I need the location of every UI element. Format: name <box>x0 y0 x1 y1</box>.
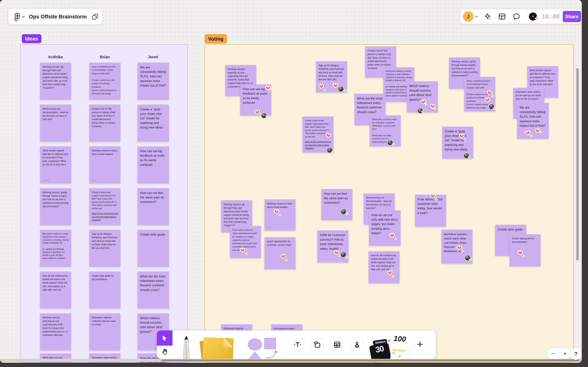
sparkle-sticker[interactable] <box>424 102 428 106</box>
sparkle-sticker[interactable] <box>434 198 438 201</box>
sticky-note[interactable]: Create a day-to-day support expectations… <box>302 117 334 152</box>
sparkle-sticker[interactable] <box>421 110 425 114</box>
sticky-note[interactable]: How do we continuously enable the team t… <box>369 251 400 283</box>
sticky-note-tool-button[interactable] <box>200 337 235 359</box>
sticky-note-link[interactable]: https://a16z.com/good-product-manager-ba… <box>92 212 118 222</box>
heart-sticker[interactable] <box>484 97 491 104</box>
sparkle-sticker[interactable] <box>539 131 543 135</box>
avatar-chevron-icon[interactable] <box>475 15 478 18</box>
section-tool-button[interactable] <box>311 338 324 351</box>
sticky-note[interactable]: Working session: going through Inkeep in… <box>40 188 71 225</box>
add-more-tools-button[interactable] <box>414 338 426 351</box>
sparkle-sticker[interactable] <box>468 155 472 159</box>
ellipse-shape-icon[interactable] <box>248 339 262 350</box>
share-button[interactable]: Share <box>563 11 581 22</box>
sparkle-sticker[interactable] <box>521 254 526 259</box>
sticky-note[interactable]: What does success mean for a Resend cust… <box>370 115 401 146</box>
sticky-note[interactable]: Brainstorm metrics to create reporting o… <box>40 230 71 267</box>
sticky-note[interactable]: Brainstorm internal runbooks that we nee… <box>89 313 120 350</box>
sparkle-sticker[interactable] <box>265 115 269 119</box>
sticky-note[interactable]: Sign up for Mailgun, SendGrid, and Postm… <box>89 230 120 267</box>
sparkle-sticker[interactable] <box>331 150 335 154</box>
sticky-note[interactable]: How can we feel the same pain as custome… <box>137 188 169 225</box>
sticky-note[interactable]: Working session to learn about email hea… <box>264 200 295 231</box>
sticky-note[interactable]: Workflow transfer: watch each other use … <box>441 230 472 264</box>
sticky-note-text: How can we feel the same pain as custome… <box>137 188 169 204</box>
sticky-note[interactable]: What should support look like for differ… <box>40 146 71 183</box>
heart-sticker[interactable] <box>325 133 332 139</box>
sticky-note[interactable]: How can we log feedback at scale so its … <box>137 146 169 183</box>
sticky-note[interactable]: Working session: go through Plain and de… <box>40 63 71 100</box>
sticky-note[interactable]: CRM for customer success? How to track m… <box>317 230 348 262</box>
sticky-note[interactable]: We are consistently hitting SLA's, how c… <box>137 63 169 100</box>
sparkle-sticker[interactable] <box>343 89 347 93</box>
horizontal-scrollbar-track[interactable] <box>0 359 582 362</box>
sparkle-sticker[interactable] <box>278 213 282 217</box>
sticky-note[interactable]: How can we feel the same pain as custome… <box>321 189 352 220</box>
sparkle-sticker[interactable] <box>491 94 495 98</box>
sticky-note[interactable]: We are consistently hitting SLA's, how c… <box>517 103 549 139</box>
sticky-note[interactable]: Create style guide for documentation <box>509 234 541 266</box>
sparkle-sticker[interactable] <box>285 258 289 262</box>
ai-sparkle-icon[interactable] <box>483 12 493 21</box>
user-avatar[interactable]: J <box>463 11 473 22</box>
sparkle-sticker[interactable] <box>323 88 327 92</box>
sticky-note[interactable]: Working session: cleaning up and organiz… <box>40 313 71 350</box>
select-tool-button[interactable] <box>157 330 172 346</box>
sticky-note-text: What are the main milestones every Resen… <box>137 272 169 292</box>
sticky-note[interactable]: How can we log feedback at scale so its … <box>240 84 271 116</box>
sticky-note[interactable]: If we had an internal “hack week/launch … <box>230 226 261 258</box>
sticky-note[interactable]: How do we not only add new docs pages, b… <box>369 210 401 246</box>
horizontal-scrollbar-thumb[interactable] <box>161 359 580 361</box>
sticky-note[interactable]: Create a “grab your shoes and run” model… <box>442 126 473 158</box>
sticky-note[interactable]: Create a “grab your shoes and run” model… <box>137 105 169 142</box>
sticky-note[interactable]: Have a working session on Knowledge Cent… <box>89 63 120 100</box>
sticky-note[interactable]: Working session to learn about email hea… <box>89 146 120 183</box>
hand-tool-button[interactable] <box>157 346 172 359</box>
connector-arrow-icon[interactable] <box>265 350 281 359</box>
sparkle-sticker[interactable] <box>433 107 437 111</box>
triangle-shape-icon[interactable] <box>248 351 261 359</box>
vertical-scrollbar[interactable] <box>576 68 579 260</box>
comments-icon[interactable] <box>512 12 521 21</box>
zoom-out-button[interactable]: − <box>547 348 559 359</box>
sticky-note[interactable]: Have a working session on Knowledge Cent… <box>464 77 495 111</box>
square-shape-icon[interactable] <box>264 338 276 349</box>
sparkle-sticker[interactable] <box>345 256 349 260</box>
sparkle-sticker[interactable] <box>529 134 533 138</box>
sparkle-sticker[interactable] <box>463 137 467 142</box>
file-title[interactable]: Ops Offsite Brainstorm <box>29 9 87 25</box>
sparkle-sticker[interactable] <box>244 252 249 256</box>
sparkle-sticker[interactable] <box>394 237 398 241</box>
timer-widget[interactable]: 10:00 <box>527 11 559 22</box>
file-menu-chevron-icon[interactable] <box>22 15 25 18</box>
sticky-note[interactable]: Create style guide for documentation <box>89 272 120 309</box>
sticky-note[interactable]: Create a list of “this person is having … <box>89 105 120 142</box>
duplicate-file-icon[interactable] <box>90 13 101 21</box>
text-tool-button[interactable] <box>291 338 304 351</box>
zoom-in-button[interactable]: + <box>559 348 571 359</box>
sparkle-sticker[interactable] <box>269 88 273 92</box>
sticky-note[interactable]: How do we continuously enable the team t… <box>40 272 71 309</box>
sparkle-sticker[interactable] <box>492 107 496 111</box>
sparkle-sticker[interactable] <box>392 142 396 147</box>
sticky-note[interactable]: Sign up for Mailgun, SendGrid, and Postm… <box>316 61 347 92</box>
sticky-note[interactable]: What are the main milestones every Resen… <box>137 272 169 309</box>
help-button[interactable]: ? <box>570 348 582 360</box>
stamp-tool-button[interactable] <box>351 338 363 351</box>
sparkle-sticker[interactable] <box>461 249 464 253</box>
sticky-note[interactable]: Restructuring our documentation - what d… <box>40 105 71 142</box>
widgets-collage-button[interactable]: Jambot 30 100 Week Planner <box>370 332 412 359</box>
sticky-note[interactable]: If we rebuilt retool customer view today… <box>415 195 446 227</box>
marker-tool-button[interactable] <box>182 335 191 359</box>
sparkle-sticker[interactable] <box>469 258 473 262</box>
sticky-note[interactable]: Create a day-to-day support expectations… <box>89 188 120 225</box>
templates-icon[interactable] <box>497 12 507 21</box>
sticky-note[interactable]: Which metrics should success care about … <box>407 81 438 112</box>
sticky-note[interactable]: upsell opportunities for customer succes… <box>264 237 295 269</box>
sparkle-sticker[interactable] <box>345 212 349 216</box>
table-tool-button[interactable] <box>331 338 344 351</box>
sticky-note[interactable]: Create tone guide. <box>137 230 169 267</box>
sparkle-sticker[interactable] <box>391 275 395 279</box>
figma-logo-icon[interactable] <box>14 13 20 21</box>
